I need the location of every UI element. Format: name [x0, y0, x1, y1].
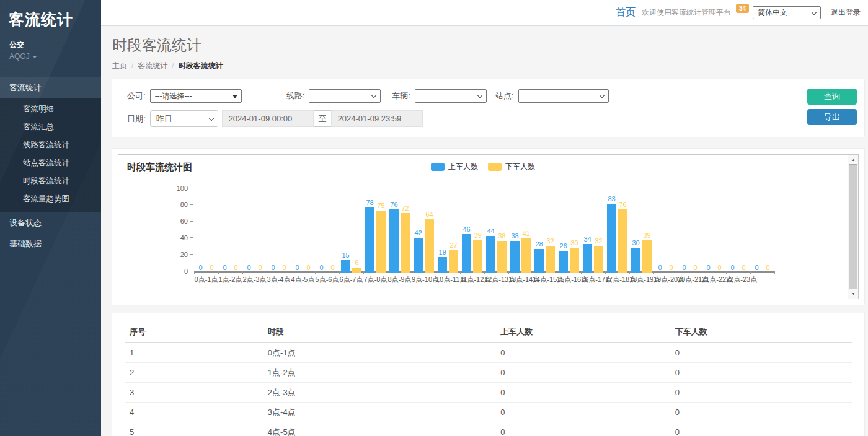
- bar-chart: 时段车流统计图 上车人数下车人数 00000000000015678757672…: [118, 154, 859, 299]
- bar-value-label: 0: [234, 264, 237, 271]
- x-axis-label-13: 13点-14点: [508, 271, 533, 284]
- station-select[interactable]: [518, 89, 609, 103]
- date-preset-select[interactable]: 昨日: [150, 110, 218, 127]
- x-axis-label-text: 2点-3点: [243, 276, 267, 283]
- sidebar-item-bottom-0[interactable]: 设备状态: [0, 212, 101, 233]
- bar-value-label: 0: [247, 264, 250, 271]
- line-select[interactable]: [309, 89, 381, 103]
- date-start-input[interactable]: [222, 110, 314, 127]
- bar-value-label: 44: [487, 228, 494, 235]
- x-axis-label-text: 1点-2点: [219, 276, 242, 283]
- legend-item-1: 下车人数: [488, 162, 535, 172]
- x-axis-label-9: 9点-10点: [412, 271, 436, 284]
- bar-column-boarding: 15: [341, 190, 350, 272]
- bar-value-label: 41: [522, 230, 529, 237]
- bar-value-label: 0: [742, 264, 745, 271]
- sidebar-subitem-1[interactable]: 客流汇总: [0, 118, 101, 136]
- bar-column-alighting: 0: [666, 190, 676, 272]
- sidebar-subitem-0[interactable]: 客流明细: [0, 100, 101, 118]
- bar-column-alighting: 0: [280, 190, 289, 272]
- x-axis-label-text: 4点-5点: [291, 276, 315, 283]
- bar-value-label: 0: [693, 264, 697, 271]
- breadcrumb-separator: /: [131, 61, 133, 70]
- x-axis-label-20: 20点-21点: [678, 271, 702, 284]
- org-name: 公交: [0, 30, 101, 50]
- bar-alighting: [401, 213, 410, 272]
- chevron-down-icon: [477, 93, 482, 98]
- table-row-1: 21点-2点00: [125, 363, 852, 383]
- y-axis-tick-mark: [190, 204, 193, 205]
- table-cell: 0: [495, 403, 670, 422]
- bar-alighting: [594, 246, 603, 272]
- bar-value-label: 0: [669, 264, 673, 271]
- breadcrumb-item-0[interactable]: 主页: [112, 61, 127, 70]
- bar-column-alighting: 39: [473, 190, 482, 272]
- table-body: 10点-1点0021点-2点0032点-3点0043点-4点0054点-5点00…: [125, 343, 852, 436]
- scroll-up-arrow-icon[interactable]: ▲: [848, 155, 858, 164]
- sidebar-subitem-5[interactable]: 客流量趋势图: [0, 190, 101, 208]
- home-link[interactable]: 首页: [616, 6, 636, 19]
- bar-column-boarding: 0: [317, 190, 326, 272]
- breadcrumb-item-1[interactable]: 客流统计: [138, 61, 167, 70]
- export-button[interactable]: 导出: [807, 109, 857, 125]
- bar-alighting: [642, 240, 652, 272]
- bar-group-0: 00: [194, 190, 218, 272]
- x-axis-label-3: 3点-4点: [267, 271, 291, 284]
- sidebar-subitem-3[interactable]: 站点客流统计: [0, 154, 101, 172]
- table-cell: 2: [125, 363, 263, 383]
- bar-group-16: 3432: [581, 190, 605, 272]
- sidebar-item-bottom-1[interactable]: 基础数据: [0, 233, 101, 255]
- bar-group-3: 00: [267, 190, 291, 272]
- bar-value-label: 30: [632, 240, 639, 246]
- breadcrumb-item-2: 时段客流统计: [179, 61, 223, 70]
- user-dropdown[interactable]: AQGJ: [0, 50, 101, 61]
- scrollbar-thumb[interactable]: [849, 164, 857, 289]
- bar-column-alighting: 39: [642, 190, 652, 272]
- table-cell: 3: [125, 383, 263, 403]
- bar-group-13: 3841: [508, 190, 533, 272]
- legend-item-0: 上车人数: [431, 162, 478, 172]
- bar-group-19: 00: [653, 190, 678, 272]
- table-cell: 0: [495, 422, 670, 436]
- bar-boarding: [631, 248, 640, 272]
- legend-swatch-icon: [431, 163, 445, 171]
- bar-column-boarding: 0: [680, 190, 689, 272]
- bar-alighting: [425, 219, 434, 272]
- scroll-down-arrow-icon[interactable]: ▼: [848, 289, 858, 299]
- x-axis-label-0: 0点-1点: [194, 271, 218, 284]
- query-button[interactable]: 查询: [807, 89, 857, 105]
- y-axis-tick-label: 40: [162, 234, 188, 242]
- bar-value-label: 19: [438, 249, 446, 256]
- company-label: 公司:: [127, 90, 146, 102]
- logout-link[interactable]: 退出登录: [831, 7, 861, 18]
- language-select[interactable]: 简体中文: [753, 6, 821, 19]
- y-axis-tick-mark: [190, 188, 193, 188]
- bar-value-label: 64: [425, 211, 433, 218]
- chart-vertical-scrollbar[interactable]: ▲ ▼: [848, 155, 858, 299]
- x-axis-label-text: 3点-4点: [267, 276, 291, 283]
- bar-column-alighting: 0: [739, 190, 748, 272]
- range-separator: 至: [314, 110, 331, 127]
- bar-value-label: 0: [717, 264, 721, 271]
- date-end-input[interactable]: [331, 110, 423, 127]
- vehicle-select[interactable]: [415, 89, 487, 103]
- table-cell: 5: [125, 422, 263, 436]
- chevron-down-icon: [599, 93, 604, 98]
- sidebar-item-passenger-stats[interactable]: 客流统计: [0, 77, 101, 98]
- bar-column-boarding: 78: [365, 190, 374, 272]
- x-axis-label-15: 15点-16点: [557, 271, 581, 284]
- sidebar: 客流统计 公交 AQGJ 客流统计 客流明细客流汇总线路客流统计站点客流统计时段…: [0, 0, 101, 436]
- y-axis-tick-label: 60: [162, 217, 188, 225]
- bar-alighting: [497, 241, 507, 272]
- chevron-down-icon: [208, 116, 213, 121]
- bar-value-label: 0: [198, 264, 202, 271]
- bar-alighting: [521, 238, 531, 272]
- sidebar-subitem-2[interactable]: 线路客流统计: [0, 136, 101, 154]
- time-slot-table: 序号时段上车人数下车人数 10点-1点0021点-2点0032点-3点0043点…: [125, 321, 852, 436]
- bar-column-boarding: 46: [462, 190, 471, 272]
- bar-column-boarding: 0: [293, 190, 302, 272]
- bar-boarding: [341, 260, 350, 272]
- sidebar-subitem-4[interactable]: 时段客流统计: [0, 172, 101, 190]
- sidebar-menu: 客流统计 客流明细客流汇总线路客流统计站点客流统计时段客流统计客流量趋势图 设备…: [0, 77, 101, 255]
- company-select[interactable]: ---请选择---: [150, 89, 242, 103]
